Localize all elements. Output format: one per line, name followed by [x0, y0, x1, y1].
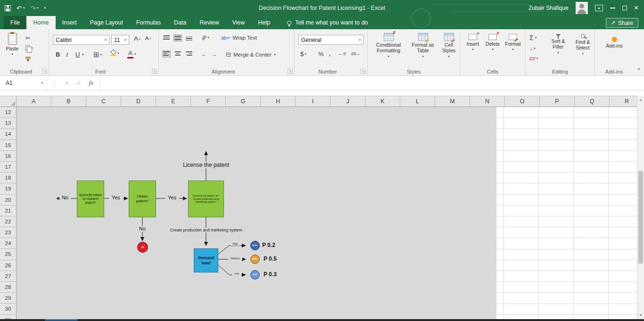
increase-font-size-button[interactable]: A▴ — [134, 35, 140, 42]
cancel-button[interactable]: × — [65, 80, 69, 87]
number-format-select[interactable]: General▾ — [298, 35, 363, 45]
license-or-produce-box[interactable]: "License the patent" or " Create product… — [188, 181, 224, 217]
row-header[interactable]: 17 — [0, 162, 16, 173]
column-header[interactable]: C — [86, 96, 121, 107]
enter-button[interactable]: ✓ — [76, 80, 82, 87]
column-header[interactable]: N — [470, 96, 505, 107]
column-header[interactable]: A — [17, 96, 51, 107]
alignment-dialog-launcher[interactable]: ↘ — [288, 69, 293, 74]
format-cells-button[interactable]: Format ▾ — [504, 34, 522, 52]
underline-options-button[interactable]: ▾ — [82, 53, 84, 57]
minimize-button[interactable] — [610, 8, 615, 8]
save-icon[interactable] — [5, 5, 11, 11]
formula-input[interactable] — [100, 76, 644, 90]
row-header[interactable]: 30 — [0, 304, 16, 314]
scrollbar-thumb[interactable] — [638, 171, 643, 263]
scroll-down-arrow[interactable]: ▼ — [637, 311, 644, 319]
italic-button[interactable]: I — [66, 51, 68, 58]
row-header[interactable]: 25 — [0, 249, 16, 260]
row-header[interactable]: 27 — [0, 271, 16, 282]
redo-button[interactable]: ↷▾ — [30, 5, 38, 11]
column-header[interactable]: O — [505, 96, 540, 107]
tab-review[interactable]: Review — [193, 16, 225, 29]
column-header[interactable]: M — [435, 96, 470, 107]
row-header[interactable]: 29 — [0, 293, 16, 304]
decrease-decimal-button[interactable]: .00→ — [350, 51, 361, 56]
column-header[interactable]: E — [156, 96, 191, 107]
row-header[interactable]: 23 — [0, 227, 16, 238]
cell-styles-button[interactable]: Cell Styles ▾ — [438, 33, 459, 58]
column-header[interactable]: F — [191, 96, 226, 107]
percent-style-button[interactable]: % — [318, 50, 324, 58]
row-header[interactable]: 15 — [0, 140, 16, 151]
sort-filter-button[interactable]: Sort & Filter ▾ — [546, 34, 570, 55]
obtain-patent-box[interactable]: Obtain patent? — [129, 181, 156, 217]
number-dialog-launcher[interactable]: ↘ — [361, 69, 366, 74]
align-left-button[interactable] — [163, 51, 170, 57]
license-patent-label[interactable]: License the patent — [179, 162, 233, 168]
font-dialog-launcher[interactable]: ↘ — [152, 69, 157, 74]
accounting-format-button[interactable]: $▾ — [300, 50, 306, 58]
row-header[interactable]: 28 — [0, 282, 16, 293]
row-header[interactable]: 26 — [0, 260, 16, 271]
research-decision-box[interactable]: Spend $2 million on research project? — [77, 181, 104, 217]
format-painter-button[interactable] — [25, 57, 31, 59]
user-name[interactable]: Zubair Shafique — [528, 5, 569, 11]
borders-button[interactable]: ⊞▾ — [93, 50, 102, 59]
align-right-button[interactable] — [185, 51, 193, 57]
increase-indent-button[interactable]: → — [212, 51, 217, 57]
row-header[interactable]: 13 — [0, 118, 16, 129]
autosum-button[interactable]: Σ▾ — [529, 34, 537, 41]
column-header[interactable]: L — [400, 96, 435, 107]
increase-decimal-button[interactable]: ←.0 — [338, 51, 346, 56]
wrap-text-button[interactable]: ab↩ Wrap Text — [221, 35, 257, 41]
tell-me-box[interactable]: Tell me what you want to do — [287, 16, 368, 29]
clear-button[interactable]: ▾ — [529, 57, 538, 60]
column-header[interactable]: D — [121, 96, 156, 107]
conditional-formatting-button[interactable]: ≠ Conditional Formatting ▾ — [371, 33, 406, 58]
sheet-area-cells[interactable] — [496, 107, 637, 319]
column-header[interactable]: I — [296, 96, 330, 107]
tab-view[interactable]: View — [225, 16, 251, 29]
row-header[interactable]: 19 — [0, 183, 16, 194]
bold-button[interactable]: B — [56, 51, 60, 58]
font-family-select[interactable]: Calibri▾ — [53, 35, 109, 45]
decrease-font-size-button[interactable]: A▾ — [145, 36, 151, 41]
column-header[interactable]: G — [226, 96, 261, 107]
row-header[interactable]: 14 — [0, 129, 16, 140]
addins-button[interactable]: Add-ins — [603, 37, 625, 49]
middle-align-button[interactable] — [174, 35, 182, 41]
format-as-table-button[interactable]: Format as Table ▾ — [408, 33, 438, 58]
tab-page-layout[interactable]: Page Layout — [83, 16, 130, 29]
orientation-button[interactable]: ab▾ — [201, 35, 209, 40]
delete-cells-button[interactable]: × Delete ▾ — [484, 34, 502, 52]
align-center-button[interactable] — [174, 51, 182, 57]
row-header[interactable]: 12 — [0, 107, 16, 118]
row-header[interactable]: 20 — [0, 195, 16, 206]
tab-file[interactable]: File — [4, 16, 26, 29]
payoff-node-high[interactable]: $10m — [250, 241, 260, 250]
customize-quick-access-button[interactable]: ▾ — [44, 6, 46, 10]
vertical-scrollbar[interactable]: ▲ ▼ — [637, 96, 644, 319]
font-size-select[interactable]: 11▾ — [111, 35, 129, 45]
row-header[interactable]: 31 — [0, 315, 16, 319]
column-header[interactable]: Q — [575, 96, 610, 107]
share-button[interactable]: ↗ Share — [606, 18, 638, 28]
row-header[interactable]: 21 — [0, 206, 16, 216]
copy-button[interactable]: ▾ — [25, 45, 33, 50]
payoff-node-low[interactable]: $1M — [250, 270, 260, 280]
decrease-indent-button[interactable]: ← — [201, 51, 206, 57]
column-header[interactable]: H — [261, 96, 296, 107]
column-header[interactable]: P — [540, 96, 575, 107]
insert-function-button[interactable]: fx — [89, 79, 94, 87]
demand-level-box[interactable]: Demand level — [194, 248, 218, 272]
find-select-button[interactable]: Find & Select ▾ — [572, 34, 594, 56]
row-header[interactable]: 18 — [0, 173, 16, 183]
tab-formulas[interactable]: Formulas — [130, 16, 167, 29]
bottom-align-button[interactable] — [185, 35, 193, 41]
font-color-button[interactable]: A ▾ — [127, 50, 136, 58]
underline-button[interactable]: U — [75, 51, 80, 58]
avatar[interactable] — [576, 2, 588, 14]
fill-color-button[interactable]: ▾ — [110, 50, 119, 56]
create-system-label[interactable]: Create production and marketing system — [165, 228, 247, 232]
